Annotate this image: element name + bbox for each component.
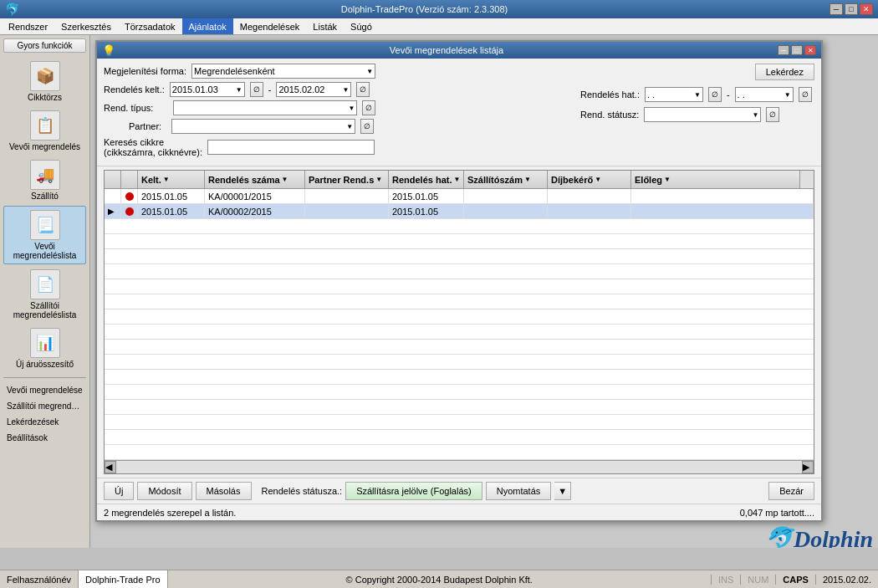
menu-megendelesek[interactable]: Megendelések [233,18,307,34]
table-row-empty [105,294,814,309]
sidebar-item-uj-aruossszesito[interactable]: 📊 Új áruösszesítő [3,325,86,372]
row-rendszam-selected: KA/00002/2015 [205,204,305,218]
menu-sugo[interactable]: Súgó [344,18,379,34]
quick-functions-button[interactable]: Gyors funkciók [3,38,86,53]
nyomtatas-dropdown-button[interactable]: ▼ [554,482,571,500]
rend-tipus-clear-button[interactable]: ∅ [362,100,375,115]
rendeles-kelt-from-clear-button[interactable]: ∅ [250,82,263,97]
rend-tipus-select[interactable]: ▼ [173,100,357,115]
sidebar: Gyors funkciók 📦 Cikktörzs 📋 Vevői megre… [0,35,90,548]
rendeles-hat-to-select[interactable]: . . ▼ [735,87,794,102]
sidebar-label-szallitoi-list: Szállítói megrendeléslista [5,301,84,320]
partner-select[interactable]: ▼ [171,119,355,134]
row-rendszam: KA/00001/2015 [205,189,305,203]
close-button[interactable]: ✕ [860,3,873,15]
rendeles-hat-from-select[interactable]: . . ▼ [645,87,703,102]
lekerdez-button[interactable]: Lekérdez [755,64,814,80]
dialog-maximize-button[interactable]: □ [791,45,803,55]
menu-listak[interactable]: Listák [306,18,344,34]
rend-statusz-select[interactable]: ▼ [644,107,761,122]
megjelenites-value: Megrendelésenként [194,66,275,76]
sidebar-text-lekerdezesek[interactable]: Lekérdezések [3,415,86,429]
rendeles-hat-from-clear-button[interactable]: ∅ [708,87,722,102]
sidebar-text-szallitoi-megrendeles[interactable]: Szállítói megrendeles [3,399,86,413]
row-partner-selected [305,204,389,218]
table-row-empty [105,415,814,430]
sidebar-item-vevoi-megrendeleslist[interactable]: 📃 Vevői megrendeléslista [3,206,86,264]
table-row[interactable]: 2015.01.05 KA/00001/2015 2015.01.05 [105,189,814,204]
vevoi-list-icon: 📃 [30,210,60,240]
uj-aru-icon: 📊 [30,328,60,358]
dialog-footer: Új Módosít Másolás Rendelés státusza.: S… [97,478,821,504]
scroll-left-button[interactable]: ◀ [105,461,116,473]
table-row-empty [105,264,814,279]
uj-button[interactable]: Új [104,482,134,500]
col-header-rendszam[interactable]: Rendelés száma ▼ [205,171,305,188]
rendeles-kelt-from-value: 2015.01.03 [172,84,218,95]
sidebar-item-cikktorzs[interactable]: 📦 Cikktörzs [3,58,86,105]
title-bar: 🐬 Dolphin-TradePro (Verzió szám: 2.3.308… [0,0,878,18]
partner-clear-button[interactable]: ∅ [360,119,374,134]
row-arrow-selected: ▶ [105,204,121,218]
masolas-button[interactable]: Másolás [196,482,252,500]
col-header-arrow[interactable] [105,171,121,188]
rendeles-kelt-from-select[interactable]: 2015.01.03 ▼ [170,82,245,97]
partner-arrow-icon: ▼ [346,123,353,130]
main-layout: Gyors funkciók 📦 Cikktörzs 📋 Vevői megre… [0,35,878,548]
menu-szerkesztes[interactable]: Szerkesztés [54,18,118,34]
rend-statusz-clear-button[interactable]: ∅ [766,107,779,122]
rendeles-hat-to-arrow-icon: ▼ [784,91,791,99]
app-tab-segment[interactable]: Dolphin-Trade Pro [79,570,167,588]
col-header-partner[interactable]: Partner Rend.s ▼ [305,171,389,188]
col-dijbekero-sort-icon: ▼ [595,176,601,183]
col-header-kelt[interactable]: Kelt. ▼ [138,171,205,188]
col-rendhat-sort-icon: ▼ [454,176,461,183]
dialog-close-button[interactable]: ✕ [804,45,816,55]
rendeles-kelt-label: Rendelés kelt.: [104,84,165,95]
minimize-button[interactable]: ─ [830,3,843,15]
table-row-empty [105,355,814,370]
table-row[interactable]: ▶ 2015.01.05 KA/00002/2015 2015.01.05 [105,204,814,219]
rendeles-kelt-to-clear-button[interactable]: ∅ [356,82,370,97]
row-partner [305,189,389,203]
table-row-empty [105,370,814,385]
col-eloleg-label: Előleg [635,175,662,185]
row-szallito-selected [464,204,548,218]
szallitasra-jelolve-button[interactable]: Szállításra jelölve (Foglalás) [345,482,482,500]
col-header-dijbekero[interactable]: Díjbekérő ▼ [548,171,631,188]
megjelenites-select[interactable]: Megrendelésenként ▼ [191,64,375,79]
username-label: Felhasználónév [7,575,71,585]
szallito-icon: 🚚 [30,160,60,190]
sidebar-text-vevoi-megrendeles[interactable]: Vevői megrendelése [3,383,86,397]
dialog-form: Megjelenítési forma: Megrendelésenként ▼… [97,59,821,166]
col-header-flag[interactable] [121,171,138,188]
bezar-button[interactable]: Bezár [768,482,814,500]
menu-rendszer[interactable]: Rendszer [2,18,54,34]
nyomtatas-button[interactable]: Nyomtatás [486,482,552,500]
menu-torzsadatok[interactable]: Törzsadatok [118,18,182,34]
sidebar-item-szallito[interactable]: 🚚 Szállító [3,156,86,204]
sidebar-item-vevoi-megrendeles[interactable]: 📋 Vevői megrendelés [3,107,86,155]
sidebar-text-beallitasok[interactable]: Beállítások [3,431,86,445]
table-horizontal-scrollbar[interactable]: ◀ ▶ [105,460,814,473]
row-rendhat-selected: 2015.01.05 [389,204,464,218]
dialog-minimize-button[interactable]: ─ [778,45,789,55]
kereses-input[interactable] [207,140,375,155]
modosit-button[interactable]: Módosít [137,482,191,500]
scroll-track[interactable] [116,461,802,473]
rend-statusz-arrow-icon: ▼ [752,111,758,119]
col-header-eloleg[interactable]: Előleg ▼ [631,171,800,188]
rendeles-hat-to-clear-button[interactable]: ∅ [799,87,812,102]
sidebar-label-uj-aru: Új áruösszesítő [16,360,74,369]
scroll-right-button[interactable]: ▶ [802,461,814,473]
megjelenites-label: Megjelenítési forma: [104,66,186,76]
menu-ajanlatok[interactable]: Ajánlatok [182,18,233,34]
num-indicator: NUM [740,575,775,585]
col-header-szallito[interactable]: Szállítószám ▼ [464,171,548,188]
rendeles-kelt-to-select[interactable]: 2015.02.02 ▼ [276,82,351,97]
maximize-button[interactable]: □ [845,3,858,15]
col-header-rendhat[interactable]: Rendelés hat. ▼ [389,171,464,188]
row-eloleg [631,189,814,203]
sidebar-item-szallitoi-megrendeleslist[interactable]: 📄 Szállítói megrendeléslista [3,266,86,323]
username-segment: Felhasználónév [0,570,79,588]
